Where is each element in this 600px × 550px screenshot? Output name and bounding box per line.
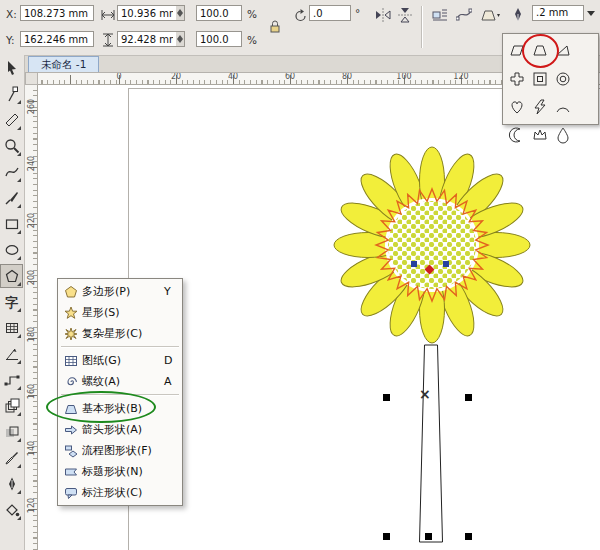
contour-tool[interactable] <box>0 394 23 418</box>
selection-center-marker[interactable]: × <box>419 387 431 401</box>
ring-shape-icon[interactable] <box>552 65 574 92</box>
outline-width-select[interactable]: .2 mm <box>532 5 584 21</box>
crescent-shape-icon[interactable] <box>506 121 528 148</box>
parallelogram-shape-icon[interactable] <box>506 37 528 64</box>
document-tab[interactable]: 未命名 -1 <box>28 56 99 72</box>
menu-item-label: 基本形状(B) <box>79 401 164 416</box>
selection-handle-bottom-center[interactable] <box>425 533 432 540</box>
menu-item-callout-shapes[interactable]: 标注形状(C) <box>58 482 182 503</box>
menu-item-label: 流程图形状(F) <box>79 443 164 458</box>
vruler-number: 240 <box>27 154 36 174</box>
width-spinner[interactable] <box>176 5 185 21</box>
table-tool[interactable] <box>0 316 23 340</box>
zoom-tool[interactable] <box>0 134 23 158</box>
pick-tool[interactable] <box>0 56 23 80</box>
lightning-shape-icon[interactable] <box>529 93 551 120</box>
ellipse-tool[interactable] <box>0 238 23 262</box>
menu-item-flowchart-shapes[interactable]: 流程图形状(F) <box>58 440 182 461</box>
rectangle-tool[interactable] <box>0 212 23 236</box>
wrap-text-button[interactable] <box>428 5 452 25</box>
menu-item-arrow-shapes[interactable]: 箭头形状(A) <box>58 419 182 440</box>
node-marker-blue-right[interactable] <box>443 261 449 267</box>
mirror-horizontal-button[interactable] <box>372 5 394 25</box>
right-triangle-shape-icon[interactable] <box>552 37 574 64</box>
rotation-angle-field[interactable] <box>309 5 351 21</box>
menu-item-polygon[interactable]: 多边形(P) Y <box>58 281 182 302</box>
height-spinner[interactable] <box>176 31 185 47</box>
complex-star-icon <box>62 327 79 341</box>
stem-drawing[interactable] <box>400 342 464 548</box>
lock-ratio-button[interactable] <box>263 14 287 38</box>
menu-item-banner-shapes[interactable]: 标题形状(N) <box>58 461 182 482</box>
y-position-field[interactable] <box>20 31 94 47</box>
menu-item-complex-star[interactable]: 复杂星形(C) <box>58 323 182 344</box>
scale-y-field[interactable] <box>196 31 242 47</box>
node-marker-blue-left[interactable] <box>411 261 417 267</box>
selection-handle-mid-left[interactable] <box>383 394 390 401</box>
basic-shapes-icon <box>62 402 79 416</box>
menu-item-star[interactable]: 星形(S) <box>58 302 182 323</box>
fill-tool[interactable] <box>0 498 23 522</box>
outline-tool[interactable] <box>0 472 23 496</box>
crown-shape-icon[interactable] <box>529 121 551 148</box>
dimension-tool[interactable] <box>0 342 23 366</box>
transparency-tool[interactable] <box>0 420 23 444</box>
object-height-field[interactable] <box>117 31 177 47</box>
menu-item-shortcut: D <box>164 354 178 367</box>
ruler-origin-button[interactable] <box>25 72 38 85</box>
vruler-number: 260 <box>27 97 36 117</box>
x-position-field[interactable] <box>20 5 94 21</box>
rotate-angle-icon <box>290 6 310 24</box>
vertical-ruler[interactable]: 260240220200180160140120 <box>25 85 38 550</box>
vruler-number: 220 <box>27 211 36 231</box>
outline-width-dropdown-arrow[interactable] <box>584 7 598 21</box>
eyedropper-tool[interactable] <box>0 446 23 470</box>
hruler-number: 40 <box>228 72 238 81</box>
selection-handle-bottom-left[interactable] <box>383 533 390 540</box>
scale-x-field[interactable] <box>196 5 242 21</box>
menu-item-shortcut: Y <box>164 285 178 298</box>
menu-separator <box>61 394 179 396</box>
selection-handle-bottom-right[interactable] <box>465 533 472 540</box>
menu-item-graph-paper[interactable]: 图纸(G) D <box>58 350 182 371</box>
hruler-number: 0 <box>116 72 121 81</box>
menu-item-shortcut: A <box>164 375 178 388</box>
arc-shape-icon[interactable] <box>552 93 574 120</box>
frame-shape-icon[interactable] <box>529 65 551 92</box>
hruler-number: 60 <box>285 72 295 81</box>
object-width-field[interactable] <box>117 5 177 21</box>
cross-shape-icon[interactable] <box>506 65 528 92</box>
callout-shapes-icon <box>62 486 79 500</box>
vruler-number: 160 <box>27 382 36 402</box>
artistic-media-tool[interactable] <box>0 186 23 210</box>
convert-to-curves-button[interactable] <box>452 5 476 25</box>
hruler-number: 100 <box>396 72 411 81</box>
menu-item-basic-shapes[interactable]: 基本形状(B) <box>58 398 182 419</box>
degree-label: ° <box>355 7 360 19</box>
menu-item-label: 多边形(P) <box>79 284 164 299</box>
toolbar-separator <box>421 6 423 48</box>
menu-item-spiral[interactable]: 螺纹(A) A <box>58 371 182 392</box>
polygon-tool[interactable] <box>0 264 23 288</box>
outline-pen-button[interactable] <box>506 5 530 25</box>
connector-tool[interactable] <box>0 368 23 392</box>
menu-item-label: 图纸(G) <box>79 353 164 368</box>
object-height-icon <box>99 32 117 48</box>
selection-handle-mid-right[interactable] <box>465 394 472 401</box>
menu-item-label: 标注形状(C) <box>79 485 164 500</box>
freehand-tool[interactable] <box>0 160 23 184</box>
basic-shape-dropdown-button[interactable] <box>478 5 504 25</box>
trapezoid-shape-icon[interactable] <box>529 37 551 64</box>
x-label: X: <box>6 8 17 20</box>
menu-item-label: 星形(S) <box>79 305 164 320</box>
shape-tool[interactable] <box>0 82 23 106</box>
crop-tool[interactable] <box>0 108 23 132</box>
text-tool[interactable]: 字 <box>0 290 23 314</box>
star-icon <box>62 306 79 320</box>
polygon-icon <box>62 285 79 299</box>
heart-shape-icon[interactable] <box>506 93 528 120</box>
mirror-vertical-button[interactable] <box>394 5 416 25</box>
flower-drawing[interactable] <box>330 143 534 347</box>
hruler-number: 20 <box>171 72 181 81</box>
teardrop-shape-icon[interactable] <box>552 121 574 148</box>
